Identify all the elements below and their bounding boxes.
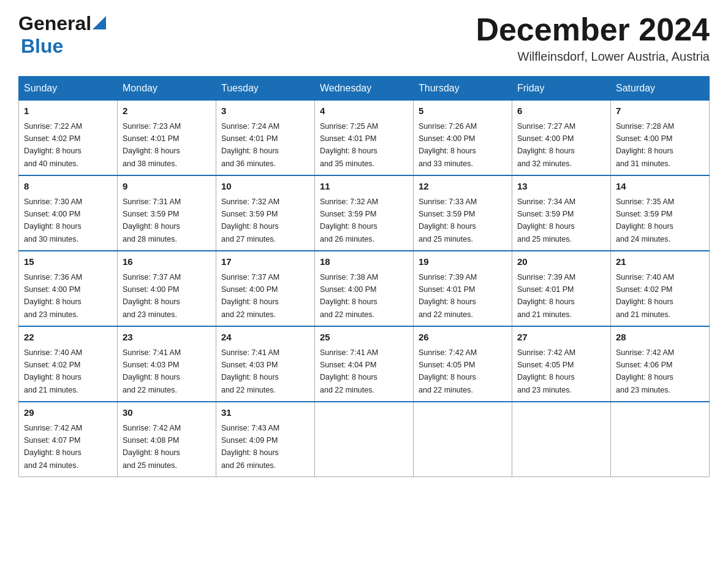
page-header: General Blue December 2024 Wilfleinsdorf… <box>18 12 710 64</box>
calendar-cell <box>414 402 512 477</box>
day-info: Sunrise: 7:42 AMSunset: 4:08 PMDaylight:… <box>123 424 181 470</box>
day-info: Sunrise: 7:32 AMSunset: 3:59 PMDaylight:… <box>221 197 279 243</box>
day-info: Sunrise: 7:23 AMSunset: 4:01 PMDaylight:… <box>123 122 181 168</box>
day-number: 5 <box>419 104 507 118</box>
calendar-cell: 7 Sunrise: 7:28 AMSunset: 4:00 PMDayligh… <box>611 101 710 176</box>
day-number: 14 <box>616 180 704 194</box>
calendar-cell: 11 Sunrise: 7:32 AMSunset: 3:59 PMDaylig… <box>315 175 414 251</box>
calendar-cell: 3 Sunrise: 7:24 AMSunset: 4:01 PMDayligh… <box>216 101 315 176</box>
svg-marker-0 <box>93 16 106 29</box>
day-number: 31 <box>221 406 309 420</box>
calendar-cell: 24 Sunrise: 7:41 AMSunset: 4:03 PMDaylig… <box>216 326 315 402</box>
month-title: December 2024 <box>476 12 710 47</box>
day-number: 24 <box>221 331 309 345</box>
calendar-cell: 5 Sunrise: 7:26 AMSunset: 4:00 PMDayligh… <box>414 101 512 176</box>
day-number: 23 <box>123 331 211 345</box>
day-info: Sunrise: 7:33 AMSunset: 3:59 PMDaylight:… <box>419 197 477 243</box>
calendar-cell: 23 Sunrise: 7:41 AMSunset: 4:03 PMDaylig… <box>118 326 216 402</box>
calendar-cell: 26 Sunrise: 7:42 AMSunset: 4:05 PMDaylig… <box>414 326 512 402</box>
col-tuesday: Tuesday <box>216 77 315 101</box>
day-number: 27 <box>517 331 605 345</box>
calendar-cell <box>611 402 710 477</box>
table-row: 8 Sunrise: 7:30 AMSunset: 4:00 PMDayligh… <box>19 175 710 251</box>
day-info: Sunrise: 7:42 AMSunset: 4:05 PMDaylight:… <box>419 348 477 394</box>
col-sunday: Sunday <box>19 77 118 101</box>
day-number: 30 <box>123 406 211 420</box>
day-number: 22 <box>24 331 112 345</box>
location: Wilfleinsdorf, Lower Austria, Austria <box>476 50 710 64</box>
calendar-cell: 17 Sunrise: 7:37 AMSunset: 4:00 PMDaylig… <box>216 251 315 326</box>
day-number: 26 <box>419 331 507 345</box>
day-number: 28 <box>616 331 704 345</box>
logo: General Blue <box>18 12 106 58</box>
col-friday: Friday <box>512 77 611 101</box>
calendar-cell: 6 Sunrise: 7:27 AMSunset: 4:00 PMDayligh… <box>512 101 611 176</box>
day-number: 15 <box>24 255 112 269</box>
calendar-cell: 21 Sunrise: 7:40 AMSunset: 4:02 PMDaylig… <box>611 251 710 326</box>
day-info: Sunrise: 7:30 AMSunset: 4:00 PMDaylight:… <box>24 197 82 243</box>
calendar-cell: 10 Sunrise: 7:32 AMSunset: 3:59 PMDaylig… <box>216 175 315 251</box>
calendar-cell: 19 Sunrise: 7:39 AMSunset: 4:01 PMDaylig… <box>414 251 512 326</box>
calendar-cell: 27 Sunrise: 7:42 AMSunset: 4:05 PMDaylig… <box>512 326 611 402</box>
day-info: Sunrise: 7:37 AMSunset: 4:00 PMDaylight:… <box>221 273 279 319</box>
calendar-cell: 20 Sunrise: 7:39 AMSunset: 4:01 PMDaylig… <box>512 251 611 326</box>
day-number: 1 <box>24 104 112 118</box>
table-row: 15 Sunrise: 7:36 AMSunset: 4:00 PMDaylig… <box>19 251 710 326</box>
day-info: Sunrise: 7:24 AMSunset: 4:01 PMDaylight:… <box>221 122 279 168</box>
day-info: Sunrise: 7:34 AMSunset: 3:59 PMDaylight:… <box>517 197 575 243</box>
col-saturday: Saturday <box>611 77 710 101</box>
day-info: Sunrise: 7:28 AMSunset: 4:00 PMDaylight:… <box>616 122 674 168</box>
calendar-cell: 30 Sunrise: 7:42 AMSunset: 4:08 PMDaylig… <box>118 402 216 477</box>
day-info: Sunrise: 7:26 AMSunset: 4:00 PMDaylight:… <box>419 122 477 168</box>
calendar-cell: 25 Sunrise: 7:41 AMSunset: 4:04 PMDaylig… <box>315 326 414 402</box>
calendar-cell: 1 Sunrise: 7:22 AMSunset: 4:02 PMDayligh… <box>19 101 118 176</box>
calendar-cell: 28 Sunrise: 7:42 AMSunset: 4:06 PMDaylig… <box>611 326 710 402</box>
logo-general: General <box>18 12 91 35</box>
calendar-cell: 4 Sunrise: 7:25 AMSunset: 4:01 PMDayligh… <box>315 101 414 176</box>
header-row: Sunday Monday Tuesday Wednesday Thursday… <box>19 77 710 101</box>
day-info: Sunrise: 7:39 AMSunset: 4:01 PMDaylight:… <box>419 273 477 319</box>
day-info: Sunrise: 7:40 AMSunset: 4:02 PMDaylight:… <box>24 348 82 394</box>
day-number: 19 <box>419 255 507 269</box>
day-number: 17 <box>221 255 309 269</box>
day-number: 12 <box>419 180 507 194</box>
calendar-cell: 31 Sunrise: 7:43 AMSunset: 4:09 PMDaylig… <box>216 402 315 477</box>
col-monday: Monday <box>118 77 216 101</box>
calendar-cell: 22 Sunrise: 7:40 AMSunset: 4:02 PMDaylig… <box>19 326 118 402</box>
day-info: Sunrise: 7:31 AMSunset: 3:59 PMDaylight:… <box>123 197 181 243</box>
day-number: 21 <box>616 255 704 269</box>
calendar-cell: 15 Sunrise: 7:36 AMSunset: 4:00 PMDaylig… <box>19 251 118 326</box>
day-info: Sunrise: 7:42 AMSunset: 4:05 PMDaylight:… <box>517 348 575 394</box>
day-info: Sunrise: 7:41 AMSunset: 4:03 PMDaylight:… <box>221 348 279 394</box>
day-info: Sunrise: 7:22 AMSunset: 4:02 PMDaylight:… <box>24 122 82 168</box>
day-info: Sunrise: 7:36 AMSunset: 4:00 PMDaylight:… <box>24 273 82 319</box>
day-number: 7 <box>616 104 704 118</box>
table-row: 1 Sunrise: 7:22 AMSunset: 4:02 PMDayligh… <box>19 101 710 176</box>
calendar-cell <box>315 402 414 477</box>
day-number: 16 <box>123 255 211 269</box>
day-info: Sunrise: 7:41 AMSunset: 4:04 PMDaylight:… <box>320 348 378 394</box>
calendar-cell: 9 Sunrise: 7:31 AMSunset: 3:59 PMDayligh… <box>118 175 216 251</box>
day-info: Sunrise: 7:35 AMSunset: 3:59 PMDaylight:… <box>616 197 674 243</box>
calendar-cell: 29 Sunrise: 7:42 AMSunset: 4:07 PMDaylig… <box>19 402 118 477</box>
day-info: Sunrise: 7:27 AMSunset: 4:00 PMDaylight:… <box>517 122 575 168</box>
day-number: 9 <box>123 180 211 194</box>
calendar-cell: 16 Sunrise: 7:37 AMSunset: 4:00 PMDaylig… <box>118 251 216 326</box>
day-number: 11 <box>320 180 408 194</box>
day-info: Sunrise: 7:32 AMSunset: 3:59 PMDaylight:… <box>320 197 378 243</box>
day-number: 25 <box>320 331 408 345</box>
day-info: Sunrise: 7:41 AMSunset: 4:03 PMDaylight:… <box>123 348 181 394</box>
table-row: 22 Sunrise: 7:40 AMSunset: 4:02 PMDaylig… <box>19 326 710 402</box>
day-info: Sunrise: 7:37 AMSunset: 4:00 PMDaylight:… <box>123 273 181 319</box>
day-number: 10 <box>221 180 309 194</box>
calendar-cell: 18 Sunrise: 7:38 AMSunset: 4:00 PMDaylig… <box>315 251 414 326</box>
calendar-cell: 14 Sunrise: 7:35 AMSunset: 3:59 PMDaylig… <box>611 175 710 251</box>
calendar-cell: 8 Sunrise: 7:30 AMSunset: 4:00 PMDayligh… <box>19 175 118 251</box>
calendar-cell <box>512 402 611 477</box>
day-info: Sunrise: 7:42 AMSunset: 4:06 PMDaylight:… <box>616 348 674 394</box>
day-number: 4 <box>320 104 408 118</box>
title-section: December 2024 Wilfleinsdorf, Lower Austr… <box>476 12 710 64</box>
day-number: 13 <box>517 180 605 194</box>
day-info: Sunrise: 7:43 AMSunset: 4:09 PMDaylight:… <box>221 424 279 470</box>
day-number: 6 <box>517 104 605 118</box>
